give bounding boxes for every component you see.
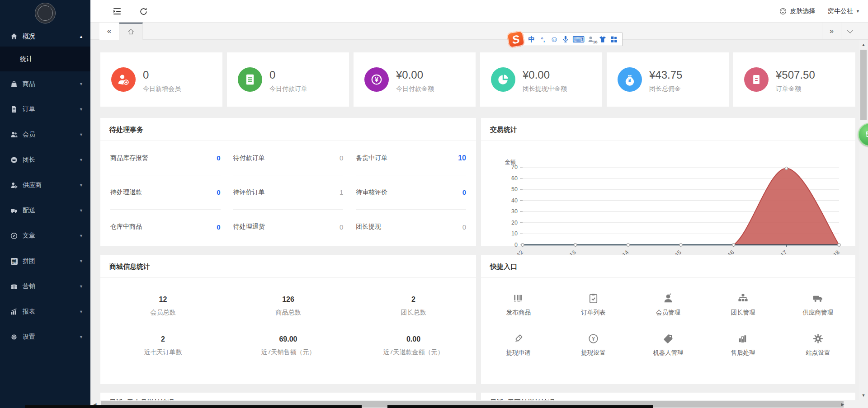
- sidebar-item-articles[interactable]: 文章 ▼: [0, 223, 90, 249]
- sidebar-item-label: 拼团: [23, 257, 79, 265]
- mall-label: 近7天销售额（元）: [261, 348, 316, 356]
- pending-tasks-panel: 待处理事务 商品库存报警0 待付款订单0 备货中订单10 待处理退款0 待评价订…: [100, 118, 476, 246]
- sidebar-item-groupbuy[interactable]: 拼 拼团 ▼: [0, 249, 90, 274]
- pending-item-preparing-orders[interactable]: 备货中订单10: [356, 141, 466, 175]
- stat-card-paid-orders: 0 今日付款订单: [227, 52, 349, 107]
- sidebar-item-leaders[interactable]: 团长 ▼: [0, 147, 90, 173]
- pending-item-stock-alert[interactable]: 商品库存报警0: [110, 141, 221, 175]
- pending-value[interactable]: 0: [462, 188, 466, 196]
- stat-label: 订单金额: [776, 85, 801, 93]
- sidebar-item-settings[interactable]: 设置 ▼: [0, 324, 90, 350]
- chevron-down-icon: ▼: [79, 284, 83, 289]
- pending-value[interactable]: 0: [217, 154, 220, 162]
- pending-item-warehouse-goods[interactable]: 仓库中商品0: [110, 210, 221, 244]
- sidebar-item-statistics[interactable]: 统计: [0, 47, 90, 71]
- sidebar-item-label: 订单: [23, 105, 79, 113]
- chevron-down-icon: ▼: [79, 132, 83, 137]
- ime-emoji-button[interactable]: ☺: [550, 34, 559, 45]
- skin-select-button[interactable]: 皮肤选择: [779, 7, 815, 15]
- tabs-collapse-button[interactable]: «: [99, 23, 119, 40]
- svg-text:0: 0: [514, 242, 518, 248]
- sogou-logo-icon[interactable]: S: [506, 30, 525, 48]
- pending-item-review-orders[interactable]: 待评价订单1: [233, 175, 344, 210]
- sidebar-item-label: 会员: [23, 131, 79, 139]
- quick-withdraw-apply[interactable]: 提现申请: [481, 324, 556, 365]
- quick-robot-manage[interactable]: 机器人管理: [631, 324, 706, 365]
- sidebar-item-label: 配送: [23, 206, 79, 215]
- compass-icon: [10, 232, 18, 240]
- panel-title: 商城信息统计: [100, 255, 476, 278]
- quick-publish-goods[interactable]: 发布商品: [481, 284, 556, 324]
- pending-value[interactable]: 10: [458, 154, 466, 162]
- pending-value[interactable]: 0: [217, 223, 220, 231]
- stat-value: ¥507.50: [776, 69, 815, 81]
- mall-label: 商品总数: [276, 309, 301, 317]
- trade-stats-panel: 交易统计 010203040506070金额03-1203-1303-1403-…: [481, 118, 855, 246]
- sidebar-item-reports[interactable]: 报表 ▼: [0, 299, 90, 324]
- quick-withdraw-settings[interactable]: ¥ 提现设置: [556, 324, 631, 365]
- scroll-right-arrow-icon[interactable]: ▶: [838, 400, 847, 408]
- pending-item-leader-withdraw[interactable]: 团长提现0: [356, 210, 466, 244]
- tab-bar: « »: [90, 23, 868, 40]
- vertical-scrollbar[interactable]: ▲ ▼: [859, 40, 868, 400]
- pending-value[interactable]: 0: [340, 223, 343, 231]
- sidebar-toggle-button[interactable]: [106, 0, 128, 23]
- sidebar-item-goods[interactable]: 商品 ▼: [0, 71, 90, 97]
- account-menu[interactable]: 窝牛公社 ▼: [828, 7, 860, 15]
- ime-chinese-mode-button[interactable]: 中: [527, 34, 536, 45]
- ime-skin-button[interactable]: [598, 34, 607, 45]
- stat-value: ¥0.00: [396, 69, 423, 81]
- ime-toolbar: S 中 °, ☺ ⌨ 16: [508, 32, 623, 47]
- ime-voice-button[interactable]: [561, 34, 570, 45]
- scroll-up-arrow-icon[interactable]: ▲: [859, 41, 868, 49]
- quick-leader-manage[interactable]: 团长管理: [706, 284, 781, 324]
- money-bag-icon: ¥: [618, 67, 642, 92]
- mall-stat-week-sales: 69.00近7天销售额（元）: [226, 326, 351, 366]
- quick-entry-panel: 快捷入口 发布商品 订单列表 会员管理 团长管理 供应商管理: [481, 255, 855, 384]
- bill-icon: [744, 67, 769, 92]
- sitemap-icon: [737, 292, 749, 305]
- sidebar-item-delivery[interactable]: 配送 ▼: [0, 198, 90, 223]
- ime-toolbox-button[interactable]: [609, 34, 618, 45]
- taskbar-edge: [25, 405, 362, 408]
- tabs-menu-button[interactable]: [841, 23, 859, 40]
- quick-member-manage[interactable]: 会员管理: [631, 284, 706, 324]
- quick-site-settings[interactable]: 站点设置: [780, 324, 855, 365]
- sidebar-item-suppliers[interactable]: 供应商 ▼: [0, 173, 90, 198]
- ime-keyboard-button[interactable]: ⌨: [572, 34, 585, 45]
- refresh-button[interactable]: [132, 0, 155, 23]
- vertical-scroll-thumb[interactable]: [860, 50, 867, 120]
- crown-icon: [10, 156, 18, 164]
- pending-item-unpaid-orders[interactable]: 待付款订单0: [233, 141, 344, 175]
- sidebar-item-members[interactable]: 会员 ▼: [0, 122, 90, 147]
- ime-user-badge: 16: [593, 40, 597, 44]
- sidebar-item-overview[interactable]: 概况 ▲: [0, 26, 90, 47]
- pending-value[interactable]: 0: [340, 154, 343, 162]
- pending-item-returns[interactable]: 待处理退货0: [233, 210, 344, 244]
- ime-punctuation-button[interactable]: °,: [538, 34, 547, 45]
- mall-stat-week-orders: 2近七天订单数: [100, 326, 226, 366]
- pending-label: 备货中订单: [356, 154, 387, 162]
- quick-supplier-manage[interactable]: 供应商管理: [780, 284, 855, 324]
- scroll-down-arrow-icon[interactable]: ▼: [859, 391, 868, 399]
- sidebar-item-orders[interactable]: 订单 ▼: [0, 97, 90, 122]
- sidebar-item-marketing[interactable]: 营销 ▼: [0, 274, 90, 299]
- tab-home[interactable]: [119, 23, 143, 40]
- chevron-down-icon: ▼: [79, 82, 83, 86]
- ime-account-button[interactable]: 16: [587, 34, 596, 45]
- stat-label: 今日付款订单: [269, 85, 307, 93]
- pending-value[interactable]: 0: [217, 188, 220, 196]
- pending-value[interactable]: 1: [340, 188, 343, 196]
- pending-value[interactable]: 0: [462, 223, 466, 231]
- svg-text:¥: ¥: [628, 78, 632, 83]
- tabs-forward-button[interactable]: »: [822, 23, 841, 40]
- pending-item-review-audit[interactable]: 待审核评价0: [356, 175, 466, 210]
- svg-text:60: 60: [511, 175, 518, 182]
- pending-item-refunds[interactable]: 待处理退款0: [110, 175, 221, 210]
- svg-text:金额: 金额: [505, 159, 516, 165]
- svg-text:10: 10: [511, 230, 518, 237]
- quick-aftersale[interactable]: 售后处理: [706, 324, 781, 365]
- quick-label: 售后处理: [731, 349, 755, 357]
- quick-order-list[interactable]: 订单列表: [556, 284, 631, 324]
- user-add-icon: [111, 67, 136, 92]
